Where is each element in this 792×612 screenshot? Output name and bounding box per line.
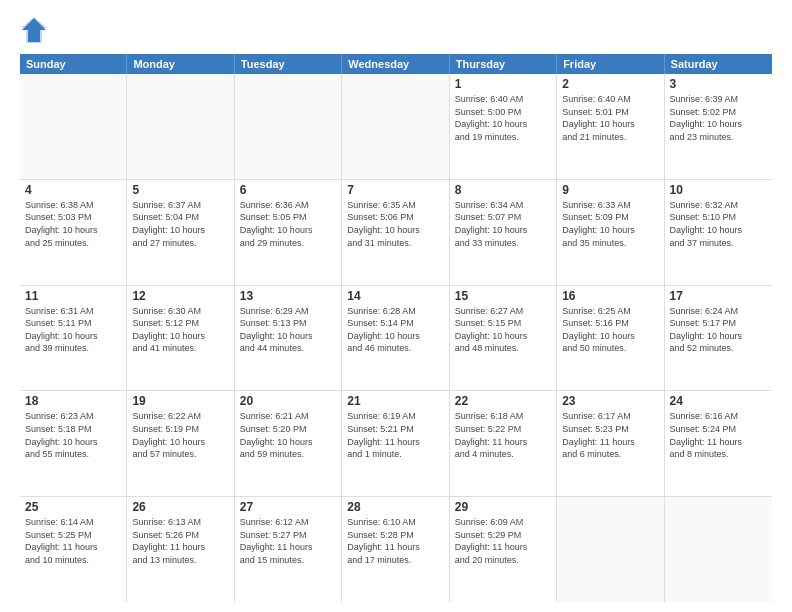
cal-cell: 6Sunrise: 6:36 AM Sunset: 5:05 PM Daylig… [235, 180, 342, 285]
cal-cell: 15Sunrise: 6:27 AM Sunset: 5:15 PM Dayli… [450, 286, 557, 391]
day-info: Sunrise: 6:40 AM Sunset: 5:01 PM Dayligh… [562, 93, 658, 143]
day-info: Sunrise: 6:16 AM Sunset: 5:24 PM Dayligh… [670, 410, 767, 460]
day-info: Sunrise: 6:10 AM Sunset: 5:28 PM Dayligh… [347, 516, 443, 566]
day-number: 20 [240, 394, 336, 408]
cal-cell: 26Sunrise: 6:13 AM Sunset: 5:26 PM Dayli… [127, 497, 234, 602]
day-info: Sunrise: 6:38 AM Sunset: 5:03 PM Dayligh… [25, 199, 121, 249]
day-number: 4 [25, 183, 121, 197]
day-info: Sunrise: 6:19 AM Sunset: 5:21 PM Dayligh… [347, 410, 443, 460]
cal-cell: 16Sunrise: 6:25 AM Sunset: 5:16 PM Dayli… [557, 286, 664, 391]
cal-cell: 3Sunrise: 6:39 AM Sunset: 5:02 PM Daylig… [665, 74, 772, 179]
day-number: 9 [562, 183, 658, 197]
cal-cell: 14Sunrise: 6:28 AM Sunset: 5:14 PM Dayli… [342, 286, 449, 391]
day-info: Sunrise: 6:28 AM Sunset: 5:14 PM Dayligh… [347, 305, 443, 355]
cal-cell [127, 74, 234, 179]
day-info: Sunrise: 6:17 AM Sunset: 5:23 PM Dayligh… [562, 410, 658, 460]
day-info: Sunrise: 6:35 AM Sunset: 5:06 PM Dayligh… [347, 199, 443, 249]
day-info: Sunrise: 6:14 AM Sunset: 5:25 PM Dayligh… [25, 516, 121, 566]
day-info: Sunrise: 6:36 AM Sunset: 5:05 PM Dayligh… [240, 199, 336, 249]
day-number: 15 [455, 289, 551, 303]
calendar-row-4: 25Sunrise: 6:14 AM Sunset: 5:25 PM Dayli… [20, 497, 772, 602]
day-number: 29 [455, 500, 551, 514]
cal-cell: 8Sunrise: 6:34 AM Sunset: 5:07 PM Daylig… [450, 180, 557, 285]
header-day-wednesday: Wednesday [342, 54, 449, 74]
day-number: 28 [347, 500, 443, 514]
cal-cell: 12Sunrise: 6:30 AM Sunset: 5:12 PM Dayli… [127, 286, 234, 391]
calendar-row-2: 11Sunrise: 6:31 AM Sunset: 5:11 PM Dayli… [20, 286, 772, 392]
calendar-row-1: 4Sunrise: 6:38 AM Sunset: 5:03 PM Daylig… [20, 180, 772, 286]
cal-cell [235, 74, 342, 179]
day-info: Sunrise: 6:31 AM Sunset: 5:11 PM Dayligh… [25, 305, 121, 355]
day-info: Sunrise: 6:22 AM Sunset: 5:19 PM Dayligh… [132, 410, 228, 460]
cal-cell: 13Sunrise: 6:29 AM Sunset: 5:13 PM Dayli… [235, 286, 342, 391]
cal-cell: 7Sunrise: 6:35 AM Sunset: 5:06 PM Daylig… [342, 180, 449, 285]
day-number: 3 [670, 77, 767, 91]
cal-cell [557, 497, 664, 602]
logo [20, 16, 52, 44]
day-info: Sunrise: 6:12 AM Sunset: 5:27 PM Dayligh… [240, 516, 336, 566]
day-number: 16 [562, 289, 658, 303]
calendar-row-3: 18Sunrise: 6:23 AM Sunset: 5:18 PM Dayli… [20, 391, 772, 497]
day-number: 27 [240, 500, 336, 514]
day-number: 7 [347, 183, 443, 197]
header-day-tuesday: Tuesday [235, 54, 342, 74]
day-number: 26 [132, 500, 228, 514]
cal-cell: 27Sunrise: 6:12 AM Sunset: 5:27 PM Dayli… [235, 497, 342, 602]
day-info: Sunrise: 6:33 AM Sunset: 5:09 PM Dayligh… [562, 199, 658, 249]
cal-cell: 19Sunrise: 6:22 AM Sunset: 5:19 PM Dayli… [127, 391, 234, 496]
day-number: 6 [240, 183, 336, 197]
calendar-header: SundayMondayTuesdayWednesdayThursdayFrid… [20, 54, 772, 74]
page: SundayMondayTuesdayWednesdayThursdayFrid… [0, 0, 792, 612]
cal-cell: 23Sunrise: 6:17 AM Sunset: 5:23 PM Dayli… [557, 391, 664, 496]
day-info: Sunrise: 6:40 AM Sunset: 5:00 PM Dayligh… [455, 93, 551, 143]
header-day-friday: Friday [557, 54, 664, 74]
calendar-row-0: 1Sunrise: 6:40 AM Sunset: 5:00 PM Daylig… [20, 74, 772, 180]
cal-cell: 11Sunrise: 6:31 AM Sunset: 5:11 PM Dayli… [20, 286, 127, 391]
day-number: 5 [132, 183, 228, 197]
cal-cell: 9Sunrise: 6:33 AM Sunset: 5:09 PM Daylig… [557, 180, 664, 285]
day-number: 17 [670, 289, 767, 303]
day-info: Sunrise: 6:23 AM Sunset: 5:18 PM Dayligh… [25, 410, 121, 460]
cal-cell: 25Sunrise: 6:14 AM Sunset: 5:25 PM Dayli… [20, 497, 127, 602]
day-number: 23 [562, 394, 658, 408]
cal-cell: 29Sunrise: 6:09 AM Sunset: 5:29 PM Dayli… [450, 497, 557, 602]
day-info: Sunrise: 6:29 AM Sunset: 5:13 PM Dayligh… [240, 305, 336, 355]
header-day-sunday: Sunday [20, 54, 127, 74]
day-number: 1 [455, 77, 551, 91]
logo-icon [20, 16, 48, 44]
day-number: 8 [455, 183, 551, 197]
cal-cell: 28Sunrise: 6:10 AM Sunset: 5:28 PM Dayli… [342, 497, 449, 602]
day-number: 24 [670, 394, 767, 408]
day-info: Sunrise: 6:32 AM Sunset: 5:10 PM Dayligh… [670, 199, 767, 249]
day-info: Sunrise: 6:13 AM Sunset: 5:26 PM Dayligh… [132, 516, 228, 566]
cal-cell: 21Sunrise: 6:19 AM Sunset: 5:21 PM Dayli… [342, 391, 449, 496]
day-number: 22 [455, 394, 551, 408]
day-info: Sunrise: 6:37 AM Sunset: 5:04 PM Dayligh… [132, 199, 228, 249]
day-info: Sunrise: 6:18 AM Sunset: 5:22 PM Dayligh… [455, 410, 551, 460]
cal-cell [342, 74, 449, 179]
cal-cell: 20Sunrise: 6:21 AM Sunset: 5:20 PM Dayli… [235, 391, 342, 496]
day-number: 19 [132, 394, 228, 408]
day-info: Sunrise: 6:25 AM Sunset: 5:16 PM Dayligh… [562, 305, 658, 355]
day-info: Sunrise: 6:27 AM Sunset: 5:15 PM Dayligh… [455, 305, 551, 355]
cal-cell: 4Sunrise: 6:38 AM Sunset: 5:03 PM Daylig… [20, 180, 127, 285]
header-day-monday: Monday [127, 54, 234, 74]
day-info: Sunrise: 6:09 AM Sunset: 5:29 PM Dayligh… [455, 516, 551, 566]
day-number: 12 [132, 289, 228, 303]
cal-cell [665, 497, 772, 602]
day-info: Sunrise: 6:34 AM Sunset: 5:07 PM Dayligh… [455, 199, 551, 249]
day-number: 18 [25, 394, 121, 408]
cal-cell: 24Sunrise: 6:16 AM Sunset: 5:24 PM Dayli… [665, 391, 772, 496]
cal-cell: 1Sunrise: 6:40 AM Sunset: 5:00 PM Daylig… [450, 74, 557, 179]
cal-cell [20, 74, 127, 179]
cal-cell: 17Sunrise: 6:24 AM Sunset: 5:17 PM Dayli… [665, 286, 772, 391]
day-info: Sunrise: 6:39 AM Sunset: 5:02 PM Dayligh… [670, 93, 767, 143]
header-day-thursday: Thursday [450, 54, 557, 74]
calendar-body: 1Sunrise: 6:40 AM Sunset: 5:00 PM Daylig… [20, 74, 772, 602]
cal-cell: 2Sunrise: 6:40 AM Sunset: 5:01 PM Daylig… [557, 74, 664, 179]
cal-cell: 5Sunrise: 6:37 AM Sunset: 5:04 PM Daylig… [127, 180, 234, 285]
day-number: 14 [347, 289, 443, 303]
cal-cell: 22Sunrise: 6:18 AM Sunset: 5:22 PM Dayli… [450, 391, 557, 496]
cal-cell: 10Sunrise: 6:32 AM Sunset: 5:10 PM Dayli… [665, 180, 772, 285]
day-number: 25 [25, 500, 121, 514]
